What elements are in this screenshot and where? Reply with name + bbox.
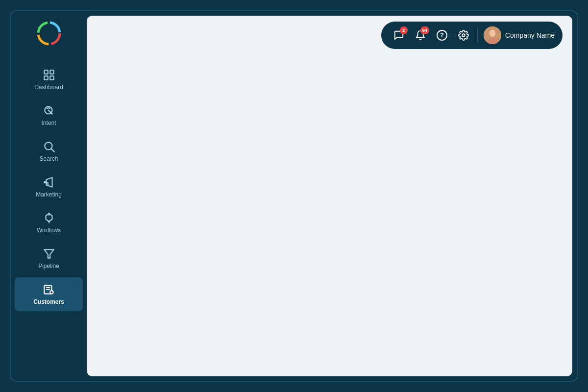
messages-badge: 2 [400, 26, 408, 34]
sidebar-item-search[interactable]: Search [15, 134, 83, 168]
svg-line-10 [51, 149, 54, 152]
sidebar-item-dashboard-label: Dashboard [34, 84, 63, 91]
topbar-divider [477, 28, 478, 42]
filter-icon [43, 247, 55, 260]
svg-rect-5 [50, 70, 54, 74]
svg-rect-6 [44, 76, 48, 80]
svg-point-20 [462, 34, 465, 37]
topbar: 2 94 ? [87, 16, 572, 55]
intent-icon [43, 104, 55, 117]
sidebar-item-customers[interactable]: Customers [15, 277, 83, 311]
sidebar-item-search-label: Search [39, 155, 58, 162]
page-body [87, 55, 572, 376]
avatar [484, 26, 501, 44]
search-icon [43, 140, 55, 153]
megaphone-icon [43, 176, 55, 189]
settings-button[interactable] [454, 25, 473, 45]
sidebar-item-pipeline[interactable]: Pipeline [15, 242, 83, 275]
sidebar-item-dashboard[interactable]: Dashboard [15, 63, 83, 97]
app-container: Dashboard Intent Search [10, 10, 578, 382]
sidebar-item-workflows[interactable]: Worflows [15, 206, 83, 240]
help-button[interactable]: ? [432, 25, 452, 45]
logo-area [36, 21, 62, 48]
sidebar-item-intent[interactable]: Intent [15, 98, 83, 132]
notifications-button[interactable]: 94 [411, 25, 430, 45]
avatar-image [484, 26, 501, 44]
help-icon: ? [437, 30, 447, 41]
company-name: Company Name [505, 31, 555, 39]
svg-rect-7 [50, 76, 54, 80]
customers-icon [43, 283, 55, 296]
sidebar-item-intent-label: Intent [41, 120, 56, 126]
messages-button[interactable]: 2 [389, 25, 409, 45]
gear-icon [458, 30, 469, 41]
user-menu[interactable]: Company Name [482, 26, 555, 44]
grid-icon [43, 69, 55, 81]
sidebar-item-marketing-label: Marketing [36, 191, 62, 198]
topbar-actions: 2 94 ? [381, 22, 563, 49]
notifications-badge: 94 [420, 26, 429, 34]
app-logo [36, 21, 62, 46]
sidebar-item-workflows-label: Worflows [37, 227, 61, 234]
sidebar-item-marketing[interactable]: Marketing [15, 170, 83, 204]
nav-items: Dashboard Intent Search [11, 62, 87, 373]
sidebar-item-pipeline-label: Pipeline [38, 263, 59, 270]
sidebar: Dashboard Intent Search [11, 11, 87, 381]
sidebar-item-customers-label: Customers [33, 298, 64, 305]
main-content: 2 94 ? [87, 16, 572, 376]
avatar-svg [484, 26, 501, 44]
svg-marker-13 [44, 249, 54, 258]
svg-rect-4 [44, 70, 48, 74]
svg-point-24 [490, 30, 495, 37]
workflows-icon [43, 212, 55, 224]
